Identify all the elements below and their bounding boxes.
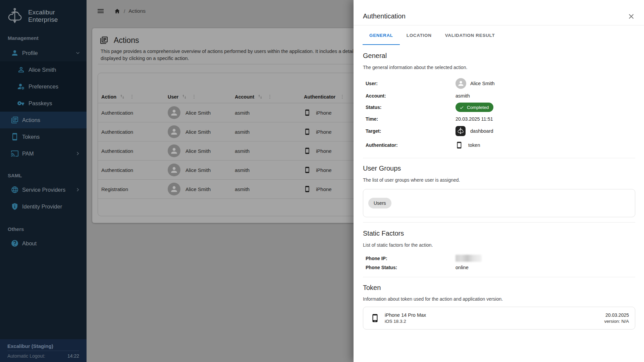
- sidebar-item-preferences[interactable]: Preferences: [0, 78, 87, 95]
- sidebar-item-pam[interactable]: PAM: [0, 145, 87, 162]
- device-name: iPhone 14 Pro Max: [385, 312, 426, 318]
- tab-validation-result[interactable]: VALIDATION RESULT: [438, 25, 502, 45]
- sort-icon[interactable]: [257, 94, 263, 100]
- column-menu-icon[interactable]: [192, 94, 197, 99]
- sidebar-item-label: Service Providers: [22, 187, 65, 193]
- column-label: Authenticator: [304, 94, 335, 100]
- user-group-chip[interactable]: Users: [368, 198, 391, 208]
- cell-action: Registration: [101, 186, 168, 192]
- section-heading-token: Token: [363, 284, 635, 292]
- help-icon: [11, 239, 19, 247]
- user-name: Alice Smith: [185, 186, 211, 192]
- section-heading-static-factors: Static Factors: [363, 229, 635, 237]
- smartphone-icon: [304, 108, 311, 118]
- person-outline-icon: [17, 66, 25, 74]
- field-target: Target: dashboard: [363, 124, 635, 138]
- drawer-tabs: GENERAL LOCATION VALIDATION RESULT: [354, 25, 644, 45]
- authenticator-name: iPhone: [316, 186, 332, 192]
- section-label-others: Others: [0, 226, 87, 232]
- chevron-right-icon: [74, 186, 81, 193]
- breadcrumb: / Actions: [114, 8, 146, 14]
- field-label: Authenticator:: [366, 142, 455, 148]
- token-date: 20.03.2025: [604, 312, 629, 318]
- user-name: Alice Smith: [185, 129, 211, 135]
- sort-icon[interactable]: [181, 94, 187, 100]
- sidebar-item-passkeys[interactable]: Passkeys: [0, 95, 87, 112]
- sidebar-item-tokens[interactable]: Tokens: [0, 128, 87, 145]
- avatar: [168, 164, 180, 176]
- cell-action: Authentication: [101, 110, 168, 116]
- authenticator-name: iPhone: [316, 167, 332, 173]
- column-menu-icon[interactable]: [129, 94, 135, 99]
- auto-logout-row: Automatic Logout: 14:22: [7, 351, 79, 359]
- cell-action: Authentication: [101, 129, 168, 135]
- breadcrumb-separator: /: [124, 8, 125, 14]
- column-label: Action: [101, 94, 116, 100]
- column-menu-icon[interactable]: [267, 94, 272, 99]
- home-icon[interactable]: [114, 8, 120, 14]
- close-icon[interactable]: [627, 12, 635, 20]
- excalibur-app-icon: [455, 126, 466, 136]
- token-version: version: N/A: [604, 319, 629, 324]
- field-time: Time: 20.03.2025 11:51: [363, 113, 635, 124]
- sidebar-item-actions[interactable]: Actions: [0, 112, 87, 128]
- column-header-action: Action: [101, 94, 168, 100]
- key-icon: [17, 99, 25, 107]
- cell-account: asmith: [235, 148, 301, 154]
- cell-user: Alice Smith: [168, 164, 235, 176]
- field-value-phone-status: online: [455, 265, 635, 270]
- target-name: dashboard: [470, 128, 493, 134]
- page-title: Actions: [114, 36, 139, 45]
- cell-user: Alice Smith: [168, 144, 235, 157]
- section-divider: [363, 222, 635, 223]
- sidebar-item-about[interactable]: About: [0, 235, 87, 252]
- sidebar-item-alice-smith[interactable]: Alice Smith: [0, 61, 87, 78]
- token-card: iPhone 14 Pro Max iOS 18.3.2 20.03.2025 …: [363, 307, 635, 329]
- token-meta: 20.03.2025 version: N/A: [604, 312, 629, 324]
- smartphone-icon: [304, 146, 311, 156]
- chevron-right-icon: [74, 150, 81, 157]
- token-device-info: iPhone 14 Pro Max iOS 18.3.2: [385, 312, 426, 324]
- column-label: User: [168, 94, 178, 100]
- sort-icon[interactable]: [119, 94, 125, 100]
- field-value-time: 20.03.2025 11:51: [455, 116, 635, 122]
- cast-icon: [11, 149, 19, 158]
- sidebar-item-label: Actions: [22, 117, 40, 123]
- authenticator-name: token: [468, 142, 480, 148]
- status-text: Completed: [467, 105, 489, 110]
- field-account: Account: asmith: [363, 90, 635, 101]
- cell-account: asmith: [235, 129, 301, 135]
- smartphone-icon: [304, 127, 311, 137]
- sidebar-item-service-providers[interactable]: Service Providers: [0, 181, 87, 198]
- globe-icon: [11, 186, 19, 194]
- device-os: iOS 18.3.2: [385, 319, 426, 324]
- field-label: User:: [366, 81, 455, 86]
- sidebar-item-label: PAM: [22, 150, 34, 157]
- brand-row: Excalibur Enterprise: [0, 0, 87, 25]
- chevron-down-icon: [74, 50, 81, 56]
- menu-icon[interactable]: [97, 7, 105, 15]
- smartphone-icon: [304, 165, 311, 175]
- tab-general[interactable]: GENERAL: [363, 25, 400, 45]
- drawer-header: Authentication: [354, 0, 644, 25]
- field-label: Phone Status:: [366, 265, 455, 270]
- sidebar-item-profile[interactable]: Profile: [0, 45, 87, 61]
- profile-submenu: Alice Smith Preferences Passkeys: [0, 61, 87, 112]
- smartphone-icon: [11, 133, 19, 141]
- section-divider: [363, 277, 635, 277]
- status-badge: Completed: [455, 103, 493, 112]
- tab-location[interactable]: LOCATION: [400, 25, 438, 45]
- excalibur-logo-icon: [5, 7, 24, 25]
- manage-accounts-icon: [17, 82, 25, 90]
- sidebar-item-identity-provider[interactable]: Identity Provider: [0, 198, 87, 215]
- cell-action: Authentication: [101, 167, 168, 173]
- field-label: Target:: [366, 128, 455, 134]
- cell-user: Alice Smith: [168, 125, 235, 138]
- user-name: Alice Smith: [185, 110, 211, 116]
- field-phone-ip: Phone IP:: [363, 254, 635, 263]
- section-description-general: The general information about the select…: [363, 64, 635, 71]
- section-description-static-factors: List of static factors for the action.: [363, 242, 635, 248]
- field-label: Account:: [366, 93, 455, 99]
- column-menu-icon[interactable]: [340, 94, 345, 99]
- sidebar-item-label: Preferences: [29, 83, 58, 90]
